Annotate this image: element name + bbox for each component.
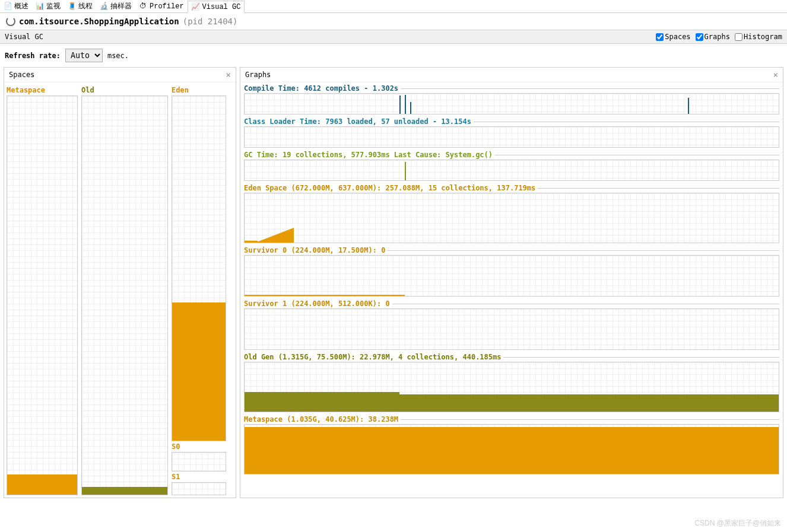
tab-visual-gc[interactable]: 📈Visual GC: [188, 1, 245, 13]
metaspace-bar: [7, 95, 78, 495]
s1-bar: [172, 482, 226, 495]
check-histogram[interactable]: Histogram: [735, 33, 782, 41]
close-icon[interactable]: ×: [773, 70, 778, 79]
s1-graph: [244, 308, 779, 350]
old-bar: [81, 95, 168, 495]
compile-title: Compile Time: 4612 compiles - 1.302s: [244, 84, 779, 93]
classloader-title: Class Loader Time: 7963 loaded, 57 unloa…: [244, 117, 779, 126]
s0-graph: [244, 255, 779, 297]
sampler-icon: 🔬: [100, 2, 108, 11]
tab-profiler[interactable]: ⏱Profiler: [135, 0, 188, 12]
old-label: Old: [81, 85, 168, 95]
sub-toolbar: Visual GC Spaces Graphs Histogram: [0, 30, 787, 44]
clock-icon: ⏱: [139, 2, 147, 11]
s0-label: S0: [172, 441, 226, 452]
close-icon[interactable]: ×: [226, 70, 231, 79]
refresh-label: Refresh rate:: [5, 52, 61, 60]
classloader-graph: [244, 126, 779, 148]
compile-graph: [244, 93, 779, 114]
spaces-panel: Spaces × Metaspace Old Eden S0: [4, 67, 236, 498]
app-name: com.itsource.ShoppingApplication: [19, 17, 179, 26]
gc-icon: 📈: [192, 3, 200, 11]
refresh-row: Refresh rate: Auto msec.: [0, 44, 787, 67]
spaces-title: Spaces: [9, 71, 34, 79]
tab-overview[interactable]: 📄概述: [0, 0, 32, 12]
s0-bar: [172, 452, 226, 472]
app-pid: (pid 21404): [183, 17, 238, 26]
main-tabs: 📄概述 📊监视 🧵线程 🔬抽样器 ⏱Profiler 📈Visual GC: [0, 0, 787, 13]
app-title-row: com.itsource.ShoppingApplication (pid 21…: [0, 13, 787, 30]
eden-bar: [172, 95, 226, 441]
page-icon: 📄: [4, 2, 12, 11]
refresh-select[interactable]: Auto: [65, 49, 103, 62]
metaspace-title: Metaspace (1.035G, 40.625M): 38.238M: [244, 415, 779, 424]
refresh-unit: msec.: [107, 52, 129, 60]
eden-title: Eden Space (672.000M, 637.000M): 257.088…: [244, 183, 779, 193]
loading-icon: [6, 17, 15, 26]
svg-marker-0: [245, 228, 294, 243]
tab-monitor[interactable]: 📊监视: [32, 0, 64, 12]
tab-sampler[interactable]: 🔬抽样器: [96, 0, 135, 12]
gc-graph: [244, 160, 779, 181]
graphs-title: Graphs: [245, 71, 271, 79]
s1-label: S1: [172, 472, 226, 482]
metaspace-graph: [244, 424, 779, 474]
oldgen-title: Old Gen (1.315G, 75.500M): 22.978M, 4 co…: [244, 352, 779, 362]
oldgen-graph: [244, 362, 779, 412]
s0-title: Survivor 0 (224.000M, 17.500M): 0: [244, 246, 779, 255]
check-graphs[interactable]: Graphs: [696, 33, 730, 41]
chart-icon: 📊: [36, 2, 44, 11]
subbar-title: Visual GC: [5, 33, 651, 41]
gc-title: GC Time: 19 collections, 577.903ms Last …: [244, 150, 779, 160]
tab-threads[interactable]: 🧵线程: [64, 0, 96, 12]
metaspace-label: Metaspace: [7, 85, 78, 95]
check-spaces[interactable]: Spaces: [656, 33, 690, 41]
threads-icon: 🧵: [68, 2, 76, 11]
eden-label: Eden: [172, 85, 226, 95]
s1-title: Survivor 1 (224.000M, 512.000K): 0: [244, 299, 779, 308]
graphs-panel: Graphs × Compile Time: 4612 compiles - 1…: [240, 67, 783, 498]
eden-graph: [244, 193, 779, 243]
